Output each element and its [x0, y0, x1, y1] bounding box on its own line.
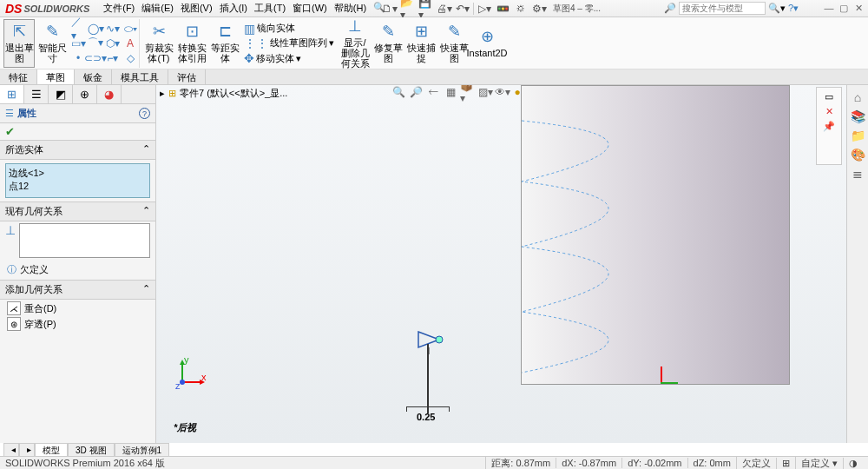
tab-3dview[interactable]: 3D 视图 [68, 443, 115, 457]
fm-tab-appear-icon[interactable]: ◕ [97, 85, 122, 103]
search-icon[interactable]: 🔎 [664, 3, 676, 14]
restore-icon[interactable]: ▢ [838, 2, 850, 14]
tab-moldtools[interactable]: 模具工具 [112, 69, 168, 84]
pm-ok-button[interactable]: ✔ [0, 123, 155, 140]
fm-tab-part-icon[interactable]: ⊞ [0, 85, 24, 103]
display-style-icon[interactable]: ▨▾ [477, 85, 493, 99]
offset-button[interactable]: ⊏ 等距实体 [209, 19, 240, 68]
polygon-icon[interactable]: ⬡▾ [106, 36, 120, 50]
circle-icon[interactable]: ◯▾ [89, 22, 102, 36]
tab-nav-prev-icon[interactable]: ◂ [3, 443, 19, 457]
status-flag-icon[interactable]: ◑ [843, 458, 863, 469]
settings-icon[interactable]: ⚙▾ [531, 2, 547, 16]
tab-model[interactable]: 模型 [35, 443, 68, 457]
fillet-icon[interactable]: ⌐▾ [106, 51, 120, 65]
prev-view-icon[interactable]: 🡐 [425, 85, 441, 99]
pierce-button[interactable]: ⊛ 穿透(P) [7, 317, 148, 331]
save-icon[interactable]: 💾▾ [418, 2, 434, 16]
tab-motionstudy[interactable]: 运动算例1 [115, 443, 170, 457]
spline-icon[interactable]: ∿▾ [106, 22, 120, 36]
tab-feature[interactable]: 特征 [0, 69, 37, 84]
tab-sketch[interactable]: 草图 [37, 69, 75, 84]
point-icon[interactable]: • [71, 51, 85, 65]
pm-section-add[interactable]: 添加几何关系 ⌃ [0, 280, 155, 300]
fm-tab-dim-icon[interactable]: ⊕ [73, 85, 97, 103]
zoom-fit-icon[interactable]: 🔍 [391, 85, 406, 99]
showhide-relations-button[interactable]: ⊥ 显示/删除几何关系 [339, 19, 371, 68]
arc-icon[interactable]: ⌒▾ [89, 36, 102, 50]
trim-button[interactable]: ✂ 剪裁实体(T) [143, 19, 174, 68]
pop-restore-icon[interactable]: ▭ [825, 91, 833, 102]
select-icon[interactable]: ▷▾ [477, 2, 492, 16]
search-input[interactable] [679, 2, 766, 15]
print-icon[interactable]: 🖨▾ [437, 2, 452, 16]
slot-icon[interactable]: ⊂⊃▾ [89, 51, 102, 65]
ellipse-icon[interactable]: ⬭▾ [123, 22, 137, 36]
tp-view-icon[interactable]: 🎨 [851, 148, 865, 162]
fm-tab-config-icon[interactable]: ☰ [24, 85, 49, 103]
pm-section-selected[interactable]: 所选实体 ⌃ [0, 140, 155, 160]
move-button[interactable]: ✥移动实体▾ [244, 51, 334, 65]
menu-view[interactable]: 视图(V) [181, 2, 213, 15]
new-icon[interactable]: 🗋▾ [382, 2, 398, 16]
help-icon[interactable]: ?▾ [788, 3, 799, 14]
instant2d-button[interactable]: ⊕ Instant2D [471, 19, 503, 68]
menu-help[interactable]: 帮助(H) [334, 2, 366, 15]
hide-show-icon[interactable]: 👁▾ [495, 85, 510, 99]
line-icon[interactable]: ／▾ [71, 22, 85, 36]
undo-icon[interactable]: ↶▾ [455, 2, 470, 16]
task-pane-strip: ⌂ 📚 📁 🎨 ≣ [846, 85, 868, 443]
convert-button[interactable]: ⊡ 转换实体引用 [176, 19, 207, 68]
pop-close-icon[interactable]: ✕ [825, 106, 833, 117]
open-icon[interactable]: 📂▾ [400, 2, 416, 16]
quicksnap-button[interactable]: ⊞ 快速捕捉 [405, 19, 437, 68]
close-icon[interactable]: ✕ [852, 2, 865, 14]
floating-palette[interactable]: ▭ ✕ 📌 [816, 87, 842, 165]
pm-section-existing[interactable]: 现有几何关系 ⌃ [0, 201, 155, 221]
coincident-button[interactable]: ⋌ 重合(D) [7, 301, 148, 315]
tp-home-icon[interactable]: ⌂ [854, 90, 861, 104]
menu-file[interactable]: 文件(F) [103, 2, 135, 15]
sketch-origin[interactable] [417, 328, 451, 356]
mirror-button[interactable]: ▥镜向实体 [244, 22, 334, 36]
dimension-value[interactable]: 0.25 [417, 412, 435, 422]
minimize-icon[interactable]: — [823, 2, 835, 14]
plane-icon[interactable]: ◇ [123, 51, 137, 65]
view-orient-icon[interactable]: 📦▾ [460, 85, 476, 99]
menu-edit[interactable]: 编辑(E) [141, 2, 174, 15]
zoom-area-icon[interactable]: 🔎 [408, 85, 424, 99]
list-item[interactable]: 边线<1> [9, 167, 147, 180]
menu-tools[interactable]: 工具(T) [254, 2, 286, 15]
exit-sketch-button[interactable]: ⇱ 退出草图 [3, 19, 35, 68]
flyout-tree[interactable]: ▸ ⊞ 零件7 (默认<<默认>_显... [160, 87, 287, 100]
pm-selected-list[interactable]: 边线<1> 点12 [5, 163, 150, 198]
pm-existing-list[interactable] [19, 223, 150, 258]
fm-tab-display-icon[interactable]: ◩ [49, 85, 73, 103]
search-go-icon[interactable]: 🔍▾ [768, 3, 786, 14]
menu-insert[interactable]: 插入(I) [220, 2, 247, 15]
tp-explorer-icon[interactable]: 📁 [851, 129, 865, 142]
rapid-sketch-button[interactable]: ✎ 快速草图 [438, 19, 470, 68]
repair-button[interactable]: ✎ 修复草图 [372, 19, 404, 68]
options-icon[interactable]: ⛭ [513, 2, 529, 16]
rebuild-icon[interactable]: 🚥 [495, 2, 510, 16]
tab-evaluate[interactable]: 评估 [168, 69, 206, 84]
text-icon[interactable]: A [123, 36, 137, 50]
list-item[interactable]: 点12 [9, 180, 147, 193]
smart-dimension-button[interactable]: ✎ 智能尺寸 [36, 19, 68, 68]
pattern-button[interactable]: ⋮⋮线性草图阵列▾ [244, 36, 334, 50]
rect-icon[interactable]: ▭▾ [71, 36, 85, 50]
section-view-icon[interactable]: ▦ [443, 85, 458, 99]
tab-sheetmetal[interactable]: 钣金 [75, 69, 112, 84]
menu-window[interactable]: 窗口(W) [293, 2, 327, 15]
status-unit-icon[interactable]: ⊞ [776, 458, 795, 469]
tp-lib-icon[interactable]: 📚 [851, 109, 865, 123]
pop-pin-icon[interactable]: 📌 [823, 121, 835, 132]
status-custom[interactable]: 自定义 ▾ [795, 457, 843, 470]
tp-custom-icon[interactable]: ≣ [852, 167, 863, 181]
tab-nav-next-icon[interactable]: ▸ [19, 443, 35, 457]
collapse-icon: ⌃ [142, 283, 150, 296]
expand-icon[interactable]: ▸ [160, 88, 165, 99]
pm-help-icon[interactable]: ? [139, 108, 150, 119]
graphics-area[interactable]: ▸ ⊞ 零件7 (默认<<默认>_显... 🔍 🔎 🡐 ▦ 📦▾ ▨▾ 👁▾ ●… [156, 85, 846, 443]
